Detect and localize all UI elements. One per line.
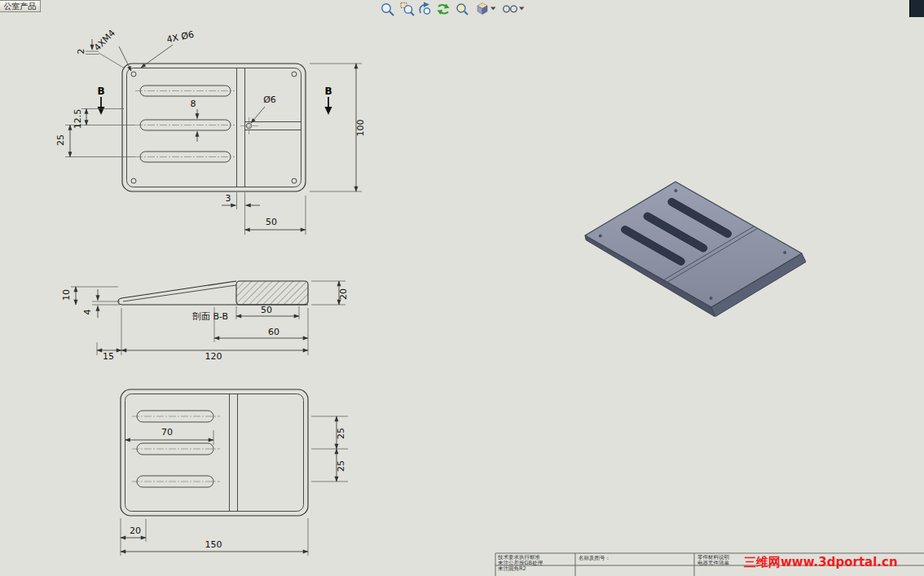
dim-100: 100	[355, 120, 366, 137]
title-block-name-label: 名称及图号：	[579, 555, 610, 561]
bottom-view-slots	[132, 411, 220, 487]
display-style-icon[interactable]	[504, 6, 517, 12]
zoom-selected-icon[interactable]	[457, 4, 468, 15]
zoom-to-area-icon[interactable]	[401, 3, 414, 16]
dim-20-bottom: 20	[130, 525, 141, 536]
section-view-label: 剖面 B-B	[192, 311, 228, 322]
watermark-text: 三维网www.3dportal.cn	[744, 555, 898, 569]
bottom-view: 70 25 25 20 150	[121, 389, 348, 556]
dim-120: 120	[205, 351, 222, 362]
dim-70: 70	[161, 427, 173, 437]
title-block-note-3: 未注圆角R2	[498, 565, 526, 572]
section-arrow-right	[325, 107, 332, 115]
top-view-part-outline	[122, 64, 306, 191]
section-label-b-right: B	[324, 86, 332, 97]
dim-50-section: 50	[261, 305, 272, 315]
dim-25: 25	[55, 134, 66, 146]
bottom-view-part-outline	[121, 389, 308, 516]
section-view: 10 4 剖面 B-B 50 20	[61, 281, 349, 362]
note-drilled-holes: 4X Ø6	[165, 29, 195, 46]
view-orientation-dropdown-icon[interactable]	[491, 7, 496, 11]
iso-3d-view[interactable]	[585, 182, 806, 317]
dim-50-top: 50	[266, 217, 277, 227]
top-view-slots	[135, 86, 235, 162]
dim-25-upper: 25	[336, 428, 346, 439]
note-tapped-holes: 4XM4	[92, 28, 117, 53]
top-view-dimensions: 4XM4 4X Ø6 2 B B	[55, 28, 366, 235]
dim-15: 15	[103, 351, 114, 362]
display-style-dropdown-icon[interactable]	[519, 7, 525, 11]
rebuild-icon[interactable]	[438, 4, 450, 15]
section-hatched-block	[236, 281, 308, 305]
dim-150: 150	[205, 539, 222, 550]
dim-60: 60	[268, 327, 279, 337]
dim-3: 3	[226, 193, 231, 204]
top-view: 4XM4 4X Ø6 2 B B	[55, 28, 366, 235]
section-arrow-left	[98, 107, 105, 115]
view-toolbar	[382, 2, 525, 16]
dim-10: 10	[61, 289, 72, 301]
dim-2: 2	[76, 49, 86, 55]
dim-4: 4	[82, 310, 93, 315]
title-block-parts: 电器元件清单	[697, 560, 730, 566]
section-label-b-left: B	[97, 86, 104, 97]
dim-8: 8	[191, 99, 196, 109]
zoom-previous-icon[interactable]	[420, 2, 429, 15]
dim-dia6: Ø6	[263, 95, 276, 105]
zoom-to-fit-icon[interactable]	[382, 4, 394, 15]
dim-20-section: 20	[338, 288, 349, 300]
bottom-view-dimensions: 70 25 25 20 150	[121, 416, 348, 556]
view-orientation-icon[interactable]	[477, 3, 487, 15]
dim-12-5: 12.5	[73, 109, 83, 130]
cad-app-window: 公室产品	[0, 0, 924, 576]
section-view-part	[118, 281, 308, 305]
drawing-canvas: 4XM4 4X Ø6 2 B B	[0, 0, 924, 576]
dim-25-lower: 25	[336, 460, 346, 472]
